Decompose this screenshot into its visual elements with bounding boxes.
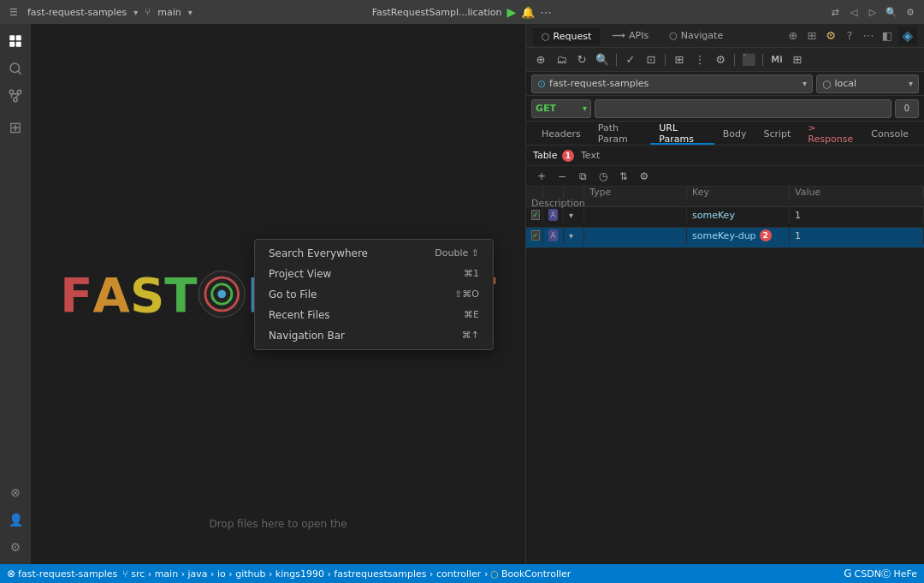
row1-desc[interactable] (526, 223, 543, 228)
env-select[interactable]: ○ local ▾ (816, 74, 919, 93)
activity-search-icon[interactable] (3, 57, 27, 80)
param-tab-script[interactable]: Script (755, 124, 799, 145)
param-tab-console[interactable]: Console (862, 124, 917, 145)
branch-name[interactable]: main (157, 7, 181, 18)
back-icon[interactable]: ◁ (847, 5, 861, 19)
activity-remote-icon[interactable]: ⊗ (3, 480, 27, 504)
svg-point-15 (218, 290, 227, 299)
toolbar-settings-icon[interactable]: ⚙ (711, 51, 730, 69)
editor-area: F A S T R E Q U E S T Search Everywhere … (31, 24, 525, 564)
table-settings-icon[interactable]: ⚙ (636, 169, 653, 184)
tab-request[interactable]: ○ Request (533, 27, 600, 45)
activity-source-control-icon[interactable] (3, 84, 27, 108)
add-row-button[interactable]: + (533, 169, 550, 184)
method-select[interactable]: GET ▾ (531, 99, 591, 118)
activity-explorer-icon[interactable] (3, 29, 27, 53)
row2-key[interactable]: someKey-dup 2 (687, 228, 790, 244)
toolbar-mi-icon[interactable]: Mi (767, 51, 786, 69)
toolbar-separator-2 (665, 54, 666, 66)
menu-item-project-view[interactable]: Project View ⌘1 (255, 264, 493, 284)
settings-icon[interactable]: ⚙ (903, 5, 917, 19)
status-plugin[interactable]: G CSDNⒸ HeFe (844, 568, 917, 580)
forward-icon[interactable]: ▷ (866, 5, 880, 19)
run-button[interactable]: ▶ (506, 5, 516, 19)
toolbar-import-icon[interactable]: ⋮ (690, 51, 709, 69)
toolbar-check-icon[interactable]: ✓ (621, 51, 640, 69)
remote-icon: ⊗ (7, 568, 15, 580)
row1-dropdown[interactable]: ▾ (564, 207, 584, 223)
more-button[interactable]: ⋯ (540, 5, 552, 19)
more-options-icon[interactable]: ⋯ (861, 28, 876, 44)
status-file: BookController (501, 568, 572, 580)
row1-checkbox[interactable] (526, 207, 543, 223)
info-icon[interactable]: ? (842, 28, 857, 44)
branch-dropdown-icon[interactable]: ▾ (188, 8, 192, 17)
bell-button[interactable]: 🔔 (521, 6, 535, 19)
subtab-table[interactable]: Table 1 (533, 148, 574, 164)
param-tab-body[interactable]: Body (714, 124, 755, 145)
col-dropdown (564, 187, 584, 198)
param-tab-response[interactable]: > Response (799, 124, 862, 145)
menu-item-navigation-bar[interactable]: Navigation Bar ⌘↑ (255, 325, 493, 346)
menu-item-project-view-shortcut: ⌘1 (464, 268, 479, 279)
menu-item-goto-file[interactable]: Go to File ⇧⌘O (255, 284, 493, 305)
send-button[interactable]: 0 (895, 99, 919, 118)
subtab-text[interactable]: Text (581, 148, 600, 163)
row2-key-value: someKey-dup (692, 230, 756, 241)
row1-cb[interactable] (531, 210, 540, 220)
toolbar-sync-icon[interactable]: ↻ (572, 51, 591, 69)
close-panel-icon[interactable]: ◈ (898, 27, 917, 45)
copy-row-button[interactable]: ⧉ (574, 169, 591, 184)
project-chevron-icon: ▾ (803, 79, 807, 88)
row2-dropdown[interactable]: ▾ (564, 228, 584, 244)
param-tab-url-params[interactable]: URL Params (650, 124, 714, 145)
tab-navigate[interactable]: ○ Navigate (660, 27, 732, 45)
toolbar-refresh-icon[interactable]: ⊕ (531, 51, 550, 69)
col-type-header: Type (584, 187, 687, 198)
toolbar-copy-icon[interactable]: ⊡ (642, 51, 660, 69)
paste-row-button[interactable]: ◷ (595, 169, 612, 184)
toolbar-export-icon[interactable]: ⊞ (670, 51, 689, 69)
search-icon[interactable]: 🔍 (885, 5, 898, 19)
config-icon[interactable]: ⚙ (823, 28, 838, 44)
project-select[interactable]: ⊙ fast-request-samples ▾ (531, 74, 813, 93)
wm-letter-f: F (60, 266, 92, 322)
row2-cb[interactable] (531, 230, 540, 241)
toolbar-delete-icon[interactable]: 🗂 (552, 51, 571, 69)
row1-type-badge: A (548, 209, 558, 221)
activity-account-icon[interactable]: 👤 (3, 508, 27, 532)
layout-icon[interactable]: ⊞ (804, 28, 820, 44)
activity-settings-gear-icon[interactable]: ⚙ (3, 535, 27, 559)
title-bar: ☰ fast-request-samples ▾ ⑂ main ▾ FastRe… (0, 0, 924, 24)
table-row[interactable]: A ▾ someKey 1 (526, 207, 924, 228)
right-panel: ○ Request ⟿ APIs ○ Navigate ⊕ ⊞ ⚙ ? ⋯ ◧ … (525, 24, 924, 564)
table-row[interactable]: A ▾ someKey-dup 2 1 (526, 228, 924, 248)
param-tab-path-param[interactable]: Path Param (589, 124, 651, 145)
status-remote[interactable]: ⊗ fast-request-samples (7, 568, 117, 580)
sort-button[interactable]: ⇅ (615, 169, 632, 184)
param-tab-headers[interactable]: Headers (533, 124, 589, 145)
menu-item-search-everywhere[interactable]: Search Everywhere Double ⇧ (255, 243, 493, 264)
toolbar-layout-icon[interactable]: ⬛ (739, 51, 758, 69)
collapse-icon[interactable]: ◧ (880, 28, 895, 44)
remove-row-button[interactable]: − (554, 169, 571, 184)
row2-checkbox[interactable] (526, 228, 543, 244)
dropdown-chevron-icon[interactable]: ▾ (133, 8, 138, 17)
menu-item-recent-files[interactable]: Recent Files ⌘E (255, 305, 493, 325)
tab-apis[interactable]: ⟿ APIs (603, 27, 657, 45)
row2-value[interactable]: 1 (790, 228, 924, 244)
row1-value[interactable]: 1 (790, 207, 924, 223)
status-branch[interactable]: ⑂ src › main › java › io › github › king… (122, 568, 571, 580)
hamburger-icon[interactable]: ☰ (7, 5, 21, 19)
project-name[interactable]: fast-request-samples (27, 7, 127, 18)
url-input[interactable] (595, 99, 891, 118)
row2-desc[interactable] (526, 244, 543, 248)
menu-item-recent-files-shortcut: ⌘E (464, 309, 479, 320)
row1-key[interactable]: someKey (687, 207, 790, 223)
toolbar-separator-1 (616, 54, 617, 66)
translate-icon[interactable]: ⇄ (828, 5, 842, 19)
add-tab-icon[interactable]: ⊕ (785, 28, 801, 44)
toolbar-grid-icon[interactable]: ⊞ (788, 51, 807, 69)
activity-extensions-icon[interactable]: ⊞ (3, 115, 27, 139)
toolbar-search-icon[interactable]: 🔍 (593, 51, 612, 69)
